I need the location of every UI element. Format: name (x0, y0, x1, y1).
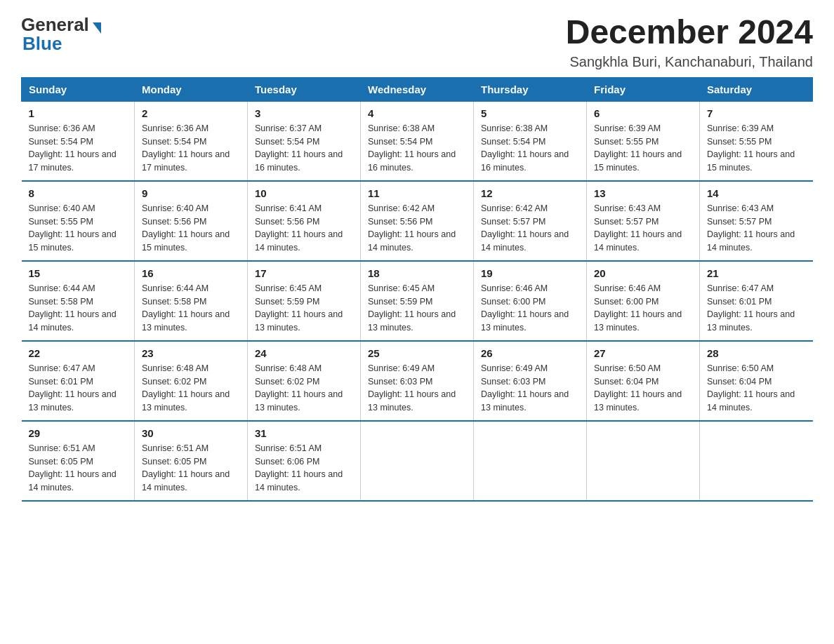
day-number: 7 (707, 107, 806, 119)
day-number: 26 (481, 347, 579, 359)
day-number: 22 (29, 347, 128, 359)
day-info: Sunrise: 6:41 AMSunset: 5:56 PMDaylight:… (255, 202, 353, 255)
day-info: Sunrise: 6:45 AMSunset: 5:59 PMDaylight:… (255, 282, 353, 335)
calendar-cell (361, 421, 474, 501)
calendar-cell: 24Sunrise: 6:48 AMSunset: 6:02 PMDayligh… (248, 341, 361, 421)
day-number: 16 (142, 267, 240, 279)
day-info: Sunrise: 6:47 AMSunset: 6:01 PMDaylight:… (29, 362, 128, 415)
day-info: Sunrise: 6:42 AMSunset: 5:56 PMDaylight:… (368, 202, 466, 255)
day-number: 23 (142, 347, 240, 359)
day-number: 13 (594, 187, 692, 199)
calendar-cell: 9Sunrise: 6:40 AMSunset: 5:56 PMDaylight… (135, 181, 248, 261)
day-info: Sunrise: 6:51 AMSunset: 6:05 PMDaylight:… (29, 442, 128, 495)
calendar-cell: 10Sunrise: 6:41 AMSunset: 5:56 PMDayligh… (248, 181, 361, 261)
calendar-cell (587, 421, 700, 501)
day-number: 2 (142, 107, 240, 119)
calendar-cell: 16Sunrise: 6:44 AMSunset: 5:58 PMDayligh… (135, 261, 248, 341)
day-number: 6 (594, 107, 692, 119)
day-info: Sunrise: 6:48 AMSunset: 6:02 PMDaylight:… (255, 362, 353, 415)
title-block: December 2024 Sangkhla Buri, Kanchanabur… (566, 14, 813, 70)
calendar-cell: 21Sunrise: 6:47 AMSunset: 6:01 PMDayligh… (700, 261, 813, 341)
day-number: 9 (142, 187, 240, 199)
day-number: 3 (255, 107, 353, 119)
day-info: Sunrise: 6:47 AMSunset: 6:01 PMDaylight:… (707, 282, 806, 335)
day-info: Sunrise: 6:48 AMSunset: 6:02 PMDaylight:… (142, 362, 240, 415)
calendar-week-1: 1Sunrise: 6:36 AMSunset: 5:54 PMDaylight… (22, 101, 813, 181)
day-number: 15 (29, 267, 128, 279)
day-number: 30 (142, 427, 240, 439)
calendar-cell: 14Sunrise: 6:43 AMSunset: 5:57 PMDayligh… (700, 181, 813, 261)
day-info: Sunrise: 6:51 AMSunset: 6:05 PMDaylight:… (142, 442, 240, 495)
day-info: Sunrise: 6:37 AMSunset: 5:54 PMDaylight:… (255, 122, 353, 175)
main-title: December 2024 (566, 14, 813, 51)
header-thursday: Thursday (474, 77, 587, 101)
header-sunday: Sunday (22, 77, 135, 101)
day-info: Sunrise: 6:39 AMSunset: 5:55 PMDaylight:… (594, 122, 692, 175)
calendar-cell: 2Sunrise: 6:36 AMSunset: 5:54 PMDaylight… (135, 101, 248, 181)
day-info: Sunrise: 6:46 AMSunset: 6:00 PMDaylight:… (481, 282, 579, 335)
day-info: Sunrise: 6:38 AMSunset: 5:54 PMDaylight:… (368, 122, 466, 175)
day-info: Sunrise: 6:36 AMSunset: 5:54 PMDaylight:… (142, 122, 240, 175)
calendar-table: SundayMondayTuesdayWednesdayThursdayFrid… (21, 77, 813, 502)
day-info: Sunrise: 6:39 AMSunset: 5:55 PMDaylight:… (707, 122, 806, 175)
header-friday: Friday (587, 77, 700, 101)
day-number: 17 (255, 267, 353, 279)
day-number: 29 (29, 427, 128, 439)
page-header: General Blue December 2024 Sangkhla Buri… (21, 14, 813, 70)
day-number: 19 (481, 267, 579, 279)
header-tuesday: Tuesday (248, 77, 361, 101)
day-number: 18 (368, 267, 466, 279)
calendar-cell: 17Sunrise: 6:45 AMSunset: 5:59 PMDayligh… (248, 261, 361, 341)
day-number: 1 (29, 107, 128, 119)
day-info: Sunrise: 6:38 AMSunset: 5:54 PMDaylight:… (481, 122, 579, 175)
calendar-cell: 23Sunrise: 6:48 AMSunset: 6:02 PMDayligh… (135, 341, 248, 421)
logo-triangle-icon (93, 22, 101, 34)
calendar-cell: 13Sunrise: 6:43 AMSunset: 5:57 PMDayligh… (587, 181, 700, 261)
day-number: 8 (29, 187, 128, 199)
calendar-week-3: 15Sunrise: 6:44 AMSunset: 5:58 PMDayligh… (22, 261, 813, 341)
calendar-cell: 19Sunrise: 6:46 AMSunset: 6:00 PMDayligh… (474, 261, 587, 341)
day-number: 11 (368, 187, 466, 199)
day-info: Sunrise: 6:42 AMSunset: 5:57 PMDaylight:… (481, 202, 579, 255)
day-info: Sunrise: 6:44 AMSunset: 5:58 PMDaylight:… (29, 282, 128, 335)
calendar-week-5: 29Sunrise: 6:51 AMSunset: 6:05 PMDayligh… (22, 421, 813, 501)
subtitle: Sangkhla Buri, Kanchanaburi, Thailand (566, 54, 813, 70)
day-number: 28 (707, 347, 806, 359)
day-info: Sunrise: 6:45 AMSunset: 5:59 PMDaylight:… (368, 282, 466, 335)
calendar-cell (700, 421, 813, 501)
day-number: 25 (368, 347, 466, 359)
calendar-cell: 20Sunrise: 6:46 AMSunset: 6:00 PMDayligh… (587, 261, 700, 341)
day-info: Sunrise: 6:50 AMSunset: 6:04 PMDaylight:… (594, 362, 692, 415)
calendar-cell: 27Sunrise: 6:50 AMSunset: 6:04 PMDayligh… (587, 341, 700, 421)
calendar-week-2: 8Sunrise: 6:40 AMSunset: 5:55 PMDaylight… (22, 181, 813, 261)
calendar-cell: 25Sunrise: 6:49 AMSunset: 6:03 PMDayligh… (361, 341, 474, 421)
header-wednesday: Wednesday (361, 77, 474, 101)
day-info: Sunrise: 6:40 AMSunset: 5:55 PMDaylight:… (29, 202, 128, 255)
calendar-cell: 30Sunrise: 6:51 AMSunset: 6:05 PMDayligh… (135, 421, 248, 501)
day-number: 31 (255, 427, 353, 439)
calendar-cell: 1Sunrise: 6:36 AMSunset: 5:54 PMDaylight… (22, 101, 135, 181)
calendar-cell: 4Sunrise: 6:38 AMSunset: 5:54 PMDaylight… (361, 101, 474, 181)
calendar-cell: 31Sunrise: 6:51 AMSunset: 6:06 PMDayligh… (248, 421, 361, 501)
day-number: 24 (255, 347, 353, 359)
calendar-week-4: 22Sunrise: 6:47 AMSunset: 6:01 PMDayligh… (22, 341, 813, 421)
day-info: Sunrise: 6:44 AMSunset: 5:58 PMDaylight:… (142, 282, 240, 335)
day-info: Sunrise: 6:46 AMSunset: 6:00 PMDaylight:… (594, 282, 692, 335)
header-monday: Monday (135, 77, 248, 101)
calendar-cell: 7Sunrise: 6:39 AMSunset: 5:55 PMDaylight… (700, 101, 813, 181)
day-info: Sunrise: 6:49 AMSunset: 6:03 PMDaylight:… (481, 362, 579, 415)
day-info: Sunrise: 6:51 AMSunset: 6:06 PMDaylight:… (255, 442, 353, 495)
day-number: 10 (255, 187, 353, 199)
day-info: Sunrise: 6:50 AMSunset: 6:04 PMDaylight:… (707, 362, 806, 415)
calendar-cell: 5Sunrise: 6:38 AMSunset: 5:54 PMDaylight… (474, 101, 587, 181)
calendar-cell: 6Sunrise: 6:39 AMSunset: 5:55 PMDaylight… (587, 101, 700, 181)
day-number: 21 (707, 267, 806, 279)
day-info: Sunrise: 6:43 AMSunset: 5:57 PMDaylight:… (707, 202, 806, 255)
calendar-cell: 12Sunrise: 6:42 AMSunset: 5:57 PMDayligh… (474, 181, 587, 261)
calendar-cell (474, 421, 587, 501)
calendar-cell: 28Sunrise: 6:50 AMSunset: 6:04 PMDayligh… (700, 341, 813, 421)
day-info: Sunrise: 6:36 AMSunset: 5:54 PMDaylight:… (29, 122, 128, 175)
day-info: Sunrise: 6:49 AMSunset: 6:03 PMDaylight:… (368, 362, 466, 415)
day-info: Sunrise: 6:40 AMSunset: 5:56 PMDaylight:… (142, 202, 240, 255)
calendar-cell: 15Sunrise: 6:44 AMSunset: 5:58 PMDayligh… (22, 261, 135, 341)
